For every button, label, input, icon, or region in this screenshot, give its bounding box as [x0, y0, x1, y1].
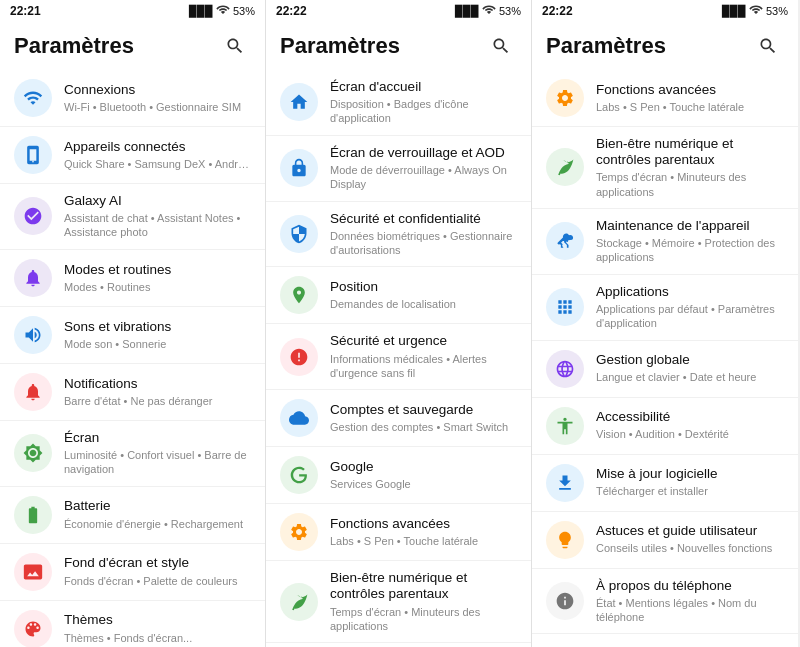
- list-item[interactable]: Sécurité et urgence Informations médical…: [266, 324, 531, 390]
- settings-list: Fonctions avancées Labs • S Pen • Touche…: [532, 70, 798, 647]
- devices-icon: [14, 136, 52, 174]
- setting-text-7: Fonctions avancées Labs • S Pen • Touche…: [330, 516, 517, 548]
- signal-icon: ▉▉▉: [189, 5, 213, 18]
- search-button[interactable]: [485, 30, 517, 62]
- setting-title: Fond d'écran et style: [64, 555, 251, 571]
- list-item[interactable]: Notifications Barre d'état • Ne pas déra…: [0, 364, 265, 421]
- search-button[interactable]: [752, 30, 784, 62]
- galaxy-ai-icon: [14, 197, 52, 235]
- panel-2: 22:22 ▉▉▉ 53% Paramètres Écran d'a: [266, 0, 532, 647]
- setting-text-3: Modes et routines Modes • Routines: [64, 262, 251, 294]
- list-item[interactable]: Connexions Wi-Fi • Bluetooth • Gestionna…: [0, 70, 265, 127]
- setting-text-1: Bien-être numérique et contrôles parenta…: [596, 136, 784, 199]
- list-item[interactable]: Gestion globale Langue et clavier • Date…: [532, 341, 798, 398]
- list-item[interactable]: Bien-être numérique et contrôles parenta…: [532, 127, 798, 209]
- setting-text-1: Écran de verrouillage et AOD Mode de dév…: [330, 145, 517, 192]
- setting-subtitle: État • Mentions légales • Nom du télépho…: [596, 596, 784, 625]
- setting-text-0: Connexions Wi-Fi • Bluetooth • Gestionna…: [64, 82, 251, 114]
- list-item[interactable]: Écran d'accueil Disposition • Badges d'i…: [266, 70, 531, 136]
- list-item[interactable]: Appareils connectés Quick Share • Samsun…: [0, 127, 265, 184]
- setting-title: Écran: [64, 430, 251, 446]
- setting-text-3: Position Demandes de localisation: [330, 279, 517, 311]
- list-item[interactable]: Fonctions avancées Labs • S Pen • Touche…: [532, 70, 798, 127]
- list-item[interactable]: Comptes et sauvegarde Gestion des compte…: [266, 390, 531, 447]
- wifi-status-icon: [482, 5, 496, 17]
- wallpaper-icon: [14, 553, 52, 591]
- lock-icon: [280, 149, 318, 187]
- status-bar: 22:22 ▉▉▉ 53%: [532, 0, 798, 22]
- status-time: 22:22: [276, 4, 307, 18]
- setting-title: Gestion globale: [596, 352, 784, 368]
- wellbeing-icon: [546, 148, 584, 186]
- list-item[interactable]: Modes et routines Modes • Routines: [0, 250, 265, 307]
- list-item[interactable]: Fond d'écran et style Fonds d'écran • Pa…: [0, 544, 265, 601]
- setting-title: Écran de verrouillage et AOD: [330, 145, 517, 161]
- wifi-status-icon: [216, 5, 230, 17]
- setting-title: Notifications: [64, 376, 251, 392]
- setting-title: Modes et routines: [64, 262, 251, 278]
- sound-icon: [14, 316, 52, 354]
- list-item[interactable]: Maintenance de l'appareil Stockage • Mém…: [532, 209, 798, 275]
- setting-title: Batterie: [64, 498, 251, 514]
- setting-title: Appareils connectés: [64, 139, 251, 155]
- list-item[interactable]: Applications Applications par défaut • P…: [532, 275, 798, 341]
- backup-icon: [280, 399, 318, 437]
- list-item[interactable]: Batterie Économie d'énergie • Rechargeme…: [0, 487, 265, 544]
- setting-subtitle: Barre d'état • Ne pas déranger: [64, 394, 251, 408]
- list-item[interactable]: Écran Luminosité • Confort visuel • Barr…: [0, 421, 265, 487]
- list-item[interactable]: Mise à jour logicielle Télécharger et in…: [532, 455, 798, 512]
- setting-subtitle: Stockage • Mémoire • Protection des appl…: [596, 236, 784, 265]
- setting-text-5: Notifications Barre d'état • Ne pas déra…: [64, 376, 251, 408]
- battery-icon: [14, 496, 52, 534]
- list-item[interactable]: À propos du téléphone État • Mentions lé…: [532, 569, 798, 635]
- setting-subtitle: Informations médicales • Alertes d'urgen…: [330, 352, 517, 381]
- list-item[interactable]: Thèmes Thèmes • Fonds d'écran...: [0, 601, 265, 647]
- setting-title: Astuces et guide utilisateur: [596, 523, 784, 539]
- list-item[interactable]: Écran de verrouillage et AOD Mode de dév…: [266, 136, 531, 202]
- status-icons: ▉▉▉ 53%: [455, 5, 521, 18]
- screen-icon: [14, 434, 52, 472]
- settings-header: Paramètres: [266, 22, 531, 70]
- setting-text-1: Appareils connectés Quick Share • Samsun…: [64, 139, 251, 171]
- setting-title: Position: [330, 279, 517, 295]
- setting-subtitle: Fonds d'écran • Palette de couleurs: [64, 574, 251, 588]
- setting-text-4: Sons et vibrations Mode son • Sonnerie: [64, 319, 251, 351]
- list-item[interactable]: Bien-être numérique et contrôles parenta…: [266, 561, 531, 643]
- page-title: Paramètres: [546, 33, 666, 59]
- setting-subtitle: Labs • S Pen • Touche latérale: [596, 100, 784, 114]
- setting-title: Galaxy AI: [64, 193, 251, 209]
- search-button[interactable]: [219, 30, 251, 62]
- maintenance-icon: [546, 222, 584, 260]
- setting-subtitle: Labs • S Pen • Touche latérale: [330, 534, 517, 548]
- battery-status: 53%: [499, 5, 521, 17]
- list-item[interactable]: Sécurité et confidentialité Données biom…: [266, 202, 531, 268]
- setting-subtitle: Thèmes • Fonds d'écran...: [64, 631, 251, 645]
- setting-subtitle: Wi-Fi • Bluetooth • Gestionnaire SIM: [64, 100, 251, 114]
- list-item[interactable]: Google Services Google: [266, 447, 531, 504]
- setting-title: Thèmes: [64, 612, 251, 628]
- list-item[interactable]: Accessibilité Vision • Audition • Dextér…: [532, 398, 798, 455]
- wellbeing-icon: [280, 583, 318, 621]
- battery-status: 53%: [766, 5, 788, 17]
- setting-subtitle: Temps d'écran • Minuteurs des applicatio…: [330, 605, 517, 634]
- setting-subtitle: Économie d'énergie • Rechargement: [64, 517, 251, 531]
- setting-title: Fonctions avancées: [596, 82, 784, 98]
- list-item[interactable]: Fonctions avancées Labs • S Pen • Touche…: [266, 504, 531, 561]
- about-icon: [546, 582, 584, 620]
- settings-list: Connexions Wi-Fi • Bluetooth • Gestionna…: [0, 70, 265, 647]
- list-item[interactable]: Astuces et guide utilisateur Conseils ut…: [532, 512, 798, 569]
- list-item[interactable]: Galaxy AI Assistant de chat • Assistant …: [0, 184, 265, 250]
- status-bar: 22:21 ▉▉▉ 53%: [0, 0, 265, 22]
- setting-subtitle: Mode de déverrouillage • Always On Displ…: [330, 163, 517, 192]
- list-item[interactable]: Position Demandes de localisation: [266, 267, 531, 324]
- search-icon: [758, 36, 778, 56]
- setting-title: Comptes et sauvegarde: [330, 402, 517, 418]
- list-item[interactable]: Sons et vibrations Mode son • Sonnerie: [0, 307, 265, 364]
- page-title: Paramètres: [14, 33, 134, 59]
- settings-header: Paramètres: [0, 22, 265, 70]
- status-time: 22:22: [542, 4, 573, 18]
- google-icon: [280, 456, 318, 494]
- setting-text-2: Sécurité et confidentialité Données biom…: [330, 211, 517, 258]
- themes-icon: [14, 610, 52, 647]
- accessibility-icon: [546, 407, 584, 445]
